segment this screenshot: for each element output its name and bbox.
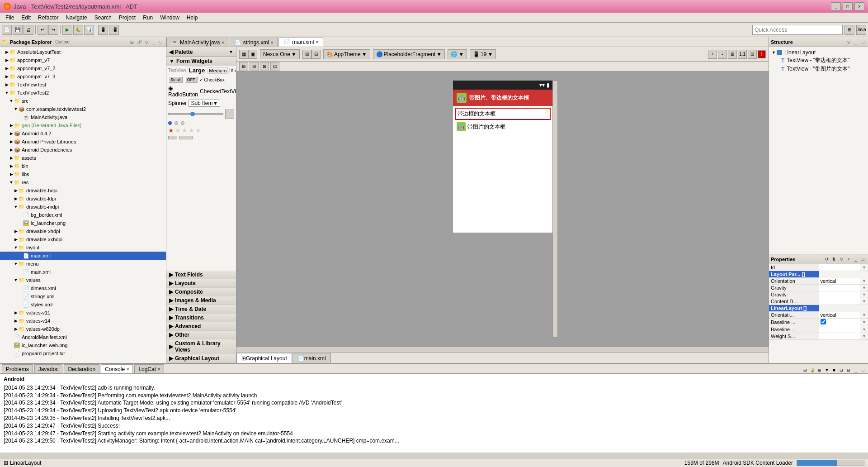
portrait-button[interactable]: ▦ bbox=[239, 50, 248, 59]
avd-manager-button[interactable]: 📲 bbox=[109, 25, 119, 35]
tree-item-appcompat-v7[interactable]: ▶ 📁 appcompat_v7 bbox=[0, 56, 166, 64]
canvas-hscroll[interactable] bbox=[236, 347, 769, 352]
tab-close-strings[interactable]: × bbox=[271, 40, 273, 45]
tree-item-dimens-xml[interactable]: ▶ 📄 dimens.xml bbox=[0, 284, 166, 292]
tab-close-mainxml[interactable]: × bbox=[316, 40, 318, 44]
prop-expand-baseline2[interactable]: ▼ bbox=[860, 326, 868, 333]
structure-max-button[interactable]: □ bbox=[860, 39, 866, 45]
layout-mode-2[interactable]: ⊟ bbox=[311, 50, 321, 59]
menu-run[interactable]: Run bbox=[139, 14, 156, 22]
minimize-button[interactable]: _ bbox=[831, 2, 841, 10]
menu-search[interactable]: Search bbox=[91, 14, 115, 22]
tree-item-main-xml[interactable]: ▶ 📄 main.xml bbox=[0, 252, 166, 260]
prop-expand-baseline1[interactable]: ▼ bbox=[860, 319, 868, 326]
tab-logcat[interactable]: LogCat × bbox=[134, 364, 164, 373]
prop-value-contentd[interactable] bbox=[819, 298, 861, 305]
java-perspective-button[interactable]: Java bbox=[856, 25, 866, 35]
console-btn3[interactable]: ⊞ bbox=[816, 367, 823, 373]
tree-item-absolutelayouttest[interactable]: ▶ 📁 AbsoluteLayoutTest bbox=[0, 48, 166, 56]
menu-project[interactable]: Project bbox=[115, 14, 139, 22]
tree-item-private-libs[interactable]: ▶ 📦 Android Private Libraries bbox=[0, 138, 166, 146]
perspectives-button[interactable]: ⊞ bbox=[844, 25, 854, 35]
view-menu-button[interactable]: ▽ bbox=[143, 39, 150, 45]
fit-page-button[interactable]: ⊞ bbox=[728, 50, 737, 59]
tree-item-libs[interactable]: ▶ 📁 libs bbox=[0, 170, 166, 178]
palette-category-custom[interactable]: ▶ Custom & Library Views bbox=[166, 339, 236, 354]
checkbox-widget[interactable]: ✓ CheckBox bbox=[199, 77, 225, 82]
prop-expand-orientation2[interactable]: ▼ bbox=[860, 312, 868, 319]
sdk-manager-button[interactable]: 📱 bbox=[98, 25, 108, 35]
palette-category-images[interactable]: ▶ Images & Media bbox=[166, 296, 236, 305]
tab-mainactivity[interactable]: ☕ MainActivity.java × bbox=[166, 38, 229, 47]
console-min-button[interactable]: _ bbox=[853, 367, 859, 373]
console-btn6[interactable]: ⊡ bbox=[838, 367, 844, 373]
tree-item-ic-launcher-web[interactable]: ▶ 🖼️ ic_launcher-web.png bbox=[0, 341, 166, 349]
zoom-in-button[interactable]: + bbox=[708, 50, 717, 59]
tree-item-drawable-ldpi[interactable]: ▶ 📁 drawable-ldpi bbox=[0, 195, 166, 203]
link-with-editor-button[interactable]: 🔗 bbox=[136, 39, 142, 45]
debug-button[interactable]: 🐛 bbox=[73, 25, 83, 35]
large-textview[interactable]: Large bbox=[188, 67, 206, 74]
small-textview[interactable]: Small bbox=[229, 68, 236, 73]
tab-strings[interactable]: 📄 strings.xml × bbox=[230, 38, 278, 47]
tab-main-xml[interactable]: 📄 main.xml bbox=[292, 353, 331, 363]
tree-item-appcompat-v7-3[interactable]: ▶ 📁 appcompat_v7_3 bbox=[0, 72, 166, 81]
zoom-actual-button[interactable]: ⊡ bbox=[748, 50, 757, 59]
baseline-checkbox[interactable] bbox=[821, 319, 826, 324]
console-tab-close[interactable]: × bbox=[127, 367, 129, 372]
tree-item-assets[interactable]: ▶ 📁 assets bbox=[0, 154, 166, 162]
tree-item-ic-launcher[interactable]: ▶ 🖼️ ic_launcher.png bbox=[0, 219, 166, 227]
api-selector[interactable]: 📱 19 ▼ bbox=[470, 49, 496, 59]
tree-item-drawable-hdpi[interactable]: ▶ 📁 drawable-hdpi bbox=[0, 186, 166, 195]
palette-category-graphical[interactable]: ▶ Graphical Layout bbox=[166, 354, 236, 363]
prop-value-id[interactable] bbox=[819, 264, 861, 271]
collapse-all-button[interactable]: ⊟ bbox=[129, 39, 135, 45]
print-button[interactable]: 🖨 bbox=[24, 25, 33, 35]
console-btn5[interactable]: ■ bbox=[831, 367, 837, 373]
tree-item-android442[interactable]: ▶ 📦 Android 4.4.2 bbox=[0, 129, 166, 138]
str-textview-2[interactable]: ▶ T TextView - "带图片的文本" bbox=[770, 65, 867, 73]
prop-expand-contentd[interactable]: ▼ bbox=[860, 298, 868, 305]
props-max-button[interactable]: □ bbox=[860, 256, 866, 262]
tree-item-values-v14[interactable]: ▶ 📁 values-v14 bbox=[0, 317, 166, 325]
str-textview-1[interactable]: ▶ T TextView - "带边框的文本" bbox=[770, 56, 867, 65]
console-max-button[interactable]: □ bbox=[860, 367, 866, 373]
str-linearlayout[interactable]: ▼ LinearLayout bbox=[770, 49, 867, 56]
prop-value-weights[interactable] bbox=[819, 333, 861, 340]
palette-category-formwidgets[interactable]: ▼ Form Widgets bbox=[166, 57, 236, 66]
tab-problems[interactable]: Problems bbox=[2, 364, 33, 373]
tree-item-drawable-xhdpi[interactable]: ▶ 📁 drawable-xhdpi bbox=[0, 227, 166, 235]
tree-item-layout[interactable]: ▼ 📁 layout bbox=[0, 243, 166, 252]
minimize-panel-button[interactable]: _ bbox=[151, 39, 157, 45]
palette-category-textfields[interactable]: ▶ Text Fields bbox=[166, 271, 236, 279]
prop-value-orientation[interactable]: vertical bbox=[819, 278, 861, 285]
menu-navigate[interactable]: Navigate bbox=[62, 14, 90, 22]
tree-item-package[interactable]: ▼ 📦 com.example.textviewtest2 bbox=[0, 105, 166, 113]
landscape-button[interactable]: ▣ bbox=[248, 50, 257, 59]
device-selector[interactable]: Nexus One ▼ bbox=[260, 49, 300, 59]
tree-item-values-w820dp[interactable]: ▶ 📁 values-w820dp bbox=[0, 325, 166, 333]
split-h-button[interactable]: ⊟ bbox=[250, 62, 259, 71]
tab-graphical-layout[interactable]: ⊞ Graphical Layout bbox=[236, 353, 292, 363]
palette-category-timedate[interactable]: ▶ Time & Date bbox=[166, 305, 236, 314]
tree-item-values-v11[interactable]: ▶ 📁 values-v11 bbox=[0, 309, 166, 317]
tab-console[interactable]: Console × bbox=[101, 364, 133, 373]
prop-expand-gravity2[interactable]: ▼ bbox=[860, 291, 868, 298]
prop-expand-orientation[interactable]: ▼ bbox=[860, 278, 868, 285]
menu-file[interactable]: File bbox=[2, 14, 18, 22]
tab-declaration[interactable]: Declaration bbox=[64, 364, 99, 373]
prop-value-gravity1[interactable] bbox=[819, 285, 861, 291]
palette-category-advanced[interactable]: ▶ Advanced bbox=[166, 322, 236, 331]
palette-category-composite[interactable]: ▶ Composite bbox=[166, 288, 236, 296]
prop-expand-gravity1[interactable]: ▼ bbox=[860, 285, 868, 291]
medium-textview[interactable]: Medium bbox=[208, 67, 228, 74]
menu-help[interactable]: Help bbox=[183, 14, 202, 22]
prop-value-baseline2[interactable] bbox=[819, 326, 861, 333]
profile-button[interactable]: 📊 bbox=[84, 25, 94, 35]
tree-item-res[interactable]: ▼ 📁 res bbox=[0, 178, 166, 186]
locale-selector[interactable]: 🌐 ▼ bbox=[448, 49, 467, 59]
tree-item-values[interactable]: ▼ 📁 values bbox=[0, 276, 166, 284]
zoom-out-button[interactable]: - bbox=[718, 50, 727, 59]
prop-expand-weights[interactable]: ▼ bbox=[860, 333, 868, 340]
structure-menu-button[interactable]: ▽ bbox=[845, 39, 852, 45]
